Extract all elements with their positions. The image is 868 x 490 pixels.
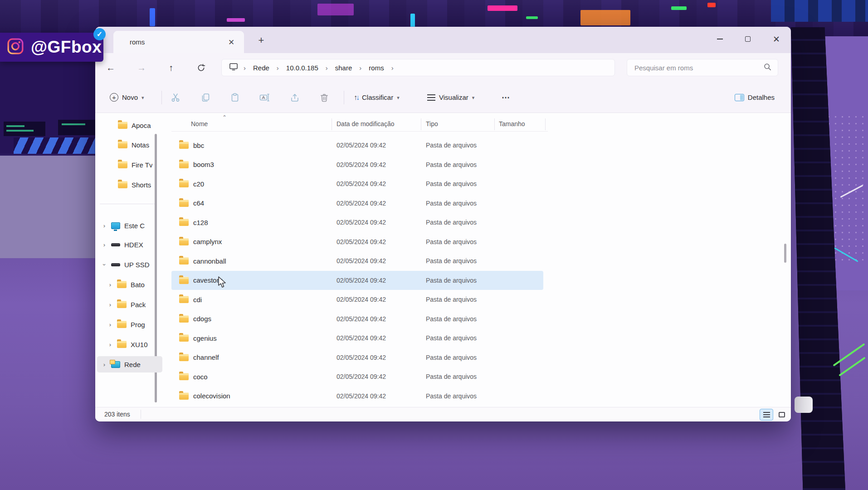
file-row-cavestory[interactable]: cavestory02/05/2024 09:42Pasta de arquiv… xyxy=(171,271,543,290)
file-row-c128[interactable]: c12802/05/2024 09:42Pasta de arquivos xyxy=(171,213,548,232)
column-divider[interactable] xyxy=(421,118,421,130)
sidebar-item-hdex[interactable]: ›HDEX xyxy=(97,236,162,253)
sidebar-item-up-ssd[interactable]: ›UP SSD xyxy=(97,256,162,273)
sidebar-item-rede[interactable]: ›Rede xyxy=(97,356,162,372)
details-pane-button[interactable]: Detalhes xyxy=(730,90,779,105)
neon-light xyxy=(707,3,716,7)
refresh-button[interactable] xyxy=(194,61,208,74)
paste-button[interactable] xyxy=(228,91,242,104)
file-date-modified: 02/05/2024 09:42 xyxy=(336,180,386,187)
sidebar-item-label: Fire Tv xyxy=(132,161,152,169)
sidebar-item-shorts[interactable]: Shorts xyxy=(97,176,162,193)
rename-button[interactable] xyxy=(258,91,271,104)
sidebar-item-label: Pack xyxy=(131,301,146,309)
sidebar-item-label: Este C xyxy=(124,222,145,230)
sidebar-item-prog[interactable]: ›Prog xyxy=(97,316,162,333)
sidebar-item-apoca[interactable]: Apoca xyxy=(97,117,162,133)
folder-icon xyxy=(179,200,189,207)
file-row-bbc[interactable]: bbc02/05/2024 09:42Pasta de arquivos xyxy=(171,136,548,155)
file-date-modified: 02/05/2024 09:42 xyxy=(336,257,386,265)
tree-chevron-icon[interactable]: › xyxy=(107,341,113,348)
breadcrumb-segment[interactable]: share xyxy=(333,63,354,73)
see-more-button[interactable]: ⋯ xyxy=(497,89,515,106)
search-box[interactable] xyxy=(627,59,778,76)
column-header-name[interactable]: Nome xyxy=(191,120,208,127)
list-scrollbar-thumb[interactable] xyxy=(784,244,786,263)
sidebar-item-este-c[interactable]: ›Este C xyxy=(97,217,162,234)
sort-button[interactable]: ↑↓ Classificar ▾ xyxy=(349,90,404,105)
column-divider[interactable] xyxy=(545,118,546,130)
folder-icon xyxy=(179,277,189,284)
tree-chevron-icon[interactable]: › xyxy=(107,281,113,288)
file-list: ⌃ NomeData de modificaçãoTipoTamanho bbc… xyxy=(171,113,791,407)
details-view-toggle[interactable] xyxy=(760,409,773,421)
file-date-modified: 02/05/2024 09:42 xyxy=(336,296,386,303)
status-divider xyxy=(141,410,141,419)
tree-chevron-icon[interactable]: › xyxy=(107,301,113,308)
cut-button[interactable] xyxy=(169,91,182,104)
file-row-cdi[interactable]: cdi02/05/2024 09:42Pasta de arquivos xyxy=(171,290,548,309)
file-row-camplynx[interactable]: camplynx02/05/2024 09:42Pasta de arquivo… xyxy=(171,232,548,251)
file-row-boom3[interactable]: boom302/05/2024 09:42Pasta de arquivos xyxy=(171,155,548,174)
address-bar[interactable]: ›Rede›10.0.0.185›share›roms› xyxy=(221,59,615,76)
sidebar-item-notas[interactable]: Notas xyxy=(97,137,162,153)
file-row-coco[interactable]: coco02/05/2024 09:42Pasta de arquivos xyxy=(171,367,548,386)
breadcrumb-segment[interactable]: roms xyxy=(367,63,385,73)
search-icon[interactable] xyxy=(764,63,771,73)
gfbox-watermark: @GFbox ✓ xyxy=(0,33,103,62)
maximize-icon xyxy=(745,36,751,42)
file-type: Pasta de arquivos xyxy=(426,219,477,226)
column-header-date[interactable]: Data de modificação xyxy=(336,120,395,127)
file-row-c20[interactable]: c2002/05/2024 09:42Pasta de arquivos xyxy=(171,174,548,193)
large-icons-view-toggle[interactable] xyxy=(775,409,789,421)
file-date-modified: 02/05/2024 09:42 xyxy=(336,277,386,284)
column-divider[interactable] xyxy=(494,118,495,130)
tree-chevron-icon[interactable]: › xyxy=(107,321,113,328)
close-button[interactable]: ✕ xyxy=(770,30,782,48)
file-name: cdogs xyxy=(193,315,211,323)
back-button[interactable]: ← xyxy=(104,61,117,74)
file-row-cannonball[interactable]: cannonball02/05/2024 09:42Pasta de arqui… xyxy=(171,251,548,270)
file-row-cgenius[interactable]: cgenius02/05/2024 09:42Pasta de arquivos xyxy=(171,328,548,348)
tab-roms[interactable]: roms ✕ xyxy=(113,31,244,53)
file-row-channelf[interactable]: channelf02/05/2024 09:42Pasta de arquivo… xyxy=(171,348,548,367)
delete-button[interactable] xyxy=(317,91,331,104)
forward-button[interactable]: → xyxy=(135,61,148,74)
new-tab-button[interactable]: + xyxy=(255,34,268,47)
file-type: Pasta de arquivos xyxy=(426,200,477,207)
tree-chevron-icon[interactable]: › xyxy=(102,361,107,368)
file-name: c20 xyxy=(193,180,204,188)
column-header-size[interactable]: Tamanho xyxy=(499,120,525,127)
sidebar-item-fire-tv[interactable]: Fire Tv xyxy=(97,157,162,173)
breadcrumb-segment[interactable]: Rede xyxy=(251,63,271,73)
instagram-icon xyxy=(6,37,24,57)
up-button[interactable]: ↑ xyxy=(164,61,178,74)
tab-close-icon[interactable]: ✕ xyxy=(226,37,237,48)
tree-chevron-icon[interactable]: › xyxy=(102,241,107,248)
share-button[interactable] xyxy=(288,91,302,104)
sidebar-item-pack[interactable]: ›Pack xyxy=(97,296,162,313)
column-divider[interactable] xyxy=(332,118,332,130)
details-pane-icon xyxy=(735,94,744,101)
minimize-button[interactable] xyxy=(714,30,726,48)
sidebar-item-bato[interactable]: ›Bato xyxy=(97,276,162,293)
column-header-type[interactable]: Tipo xyxy=(426,120,438,127)
file-row-cdogs[interactable]: cdogs02/05/2024 09:42Pasta de arquivos xyxy=(171,309,548,328)
new-button[interactable]: + Novo ▾ xyxy=(105,89,149,105)
search-input[interactable] xyxy=(634,64,764,72)
tree-chevron-icon[interactable]: › xyxy=(102,222,107,229)
file-row-c64[interactable]: c6402/05/2024 09:42Pasta de arquivos xyxy=(171,194,548,213)
drive-icon xyxy=(111,243,120,246)
breadcrumb-segment[interactable]: 10.0.0.185 xyxy=(284,63,320,73)
file-row-colecovision[interactable]: colecovision02/05/2024 09:42Pasta de arq… xyxy=(171,387,548,406)
sidebar-item-xu10[interactable]: ›XU10 xyxy=(97,336,162,353)
folder-icon xyxy=(117,301,127,308)
copy-button[interactable] xyxy=(199,91,212,104)
file-name: camplynx xyxy=(193,238,222,245)
window-body: ApocaNotasFire TvShorts›Este C›HDEX›UP S… xyxy=(95,113,791,407)
new-button-label: Novo xyxy=(122,93,138,101)
maximize-button[interactable] xyxy=(742,30,754,48)
view-button[interactable]: Visualizar ▾ xyxy=(423,90,479,105)
neon-light xyxy=(526,16,538,19)
tree-chevron-icon[interactable]: › xyxy=(101,262,108,267)
